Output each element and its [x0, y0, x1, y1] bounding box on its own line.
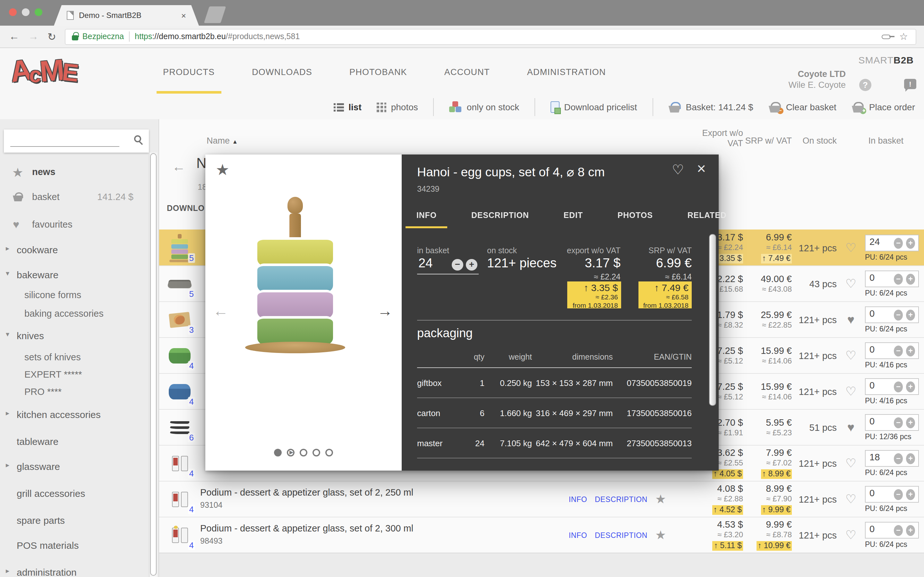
bookmark-star-icon[interactable]: ☆ [899, 31, 908, 42]
nav-photobank[interactable]: PHOTOBANK [347, 49, 410, 93]
gallery-dot[interactable] [325, 449, 333, 456]
minus-button[interactable]: − [894, 238, 903, 249]
column-header-name[interactable]: Name ▲ [207, 136, 238, 145]
table-row[interactable]: 4 Podium - dessert & appetizer glass, se… [159, 517, 924, 553]
help-icon[interactable]: ? [859, 79, 871, 91]
minus-button[interactable]: − [452, 259, 463, 271]
search-box[interactable] [4, 129, 149, 153]
view-photos-toggle[interactable]: photos [377, 102, 418, 112]
favourite-heart-icon[interactable]: ♥ [837, 420, 865, 434]
sidebar-item-pro[interactable]: PRO **** [0, 385, 150, 400]
view-list-toggle[interactable]: list [334, 102, 361, 112]
new-tab-button[interactable] [204, 6, 226, 23]
in-basket-value[interactable]: 24 [418, 256, 433, 271]
modal-scrollbar[interactable] [709, 234, 716, 406]
sidebar-item-news[interactable]: ★news [0, 165, 150, 180]
quantity-input[interactable] [869, 380, 891, 390]
favourite-heart-icon[interactable]: ♥ [837, 313, 865, 327]
tab-related[interactable]: RELATED [677, 206, 738, 228]
address-bar[interactable]: Bezpieczna https ://demo.smartb2b.eu /#p… [65, 29, 916, 45]
place-order-button[interactable]: ➜Place order [852, 102, 915, 113]
close-icon[interactable]: × [697, 160, 706, 177]
search-icon[interactable] [134, 135, 141, 142]
feedback-icon[interactable]: ! [904, 79, 916, 89]
sidebar-item-glassware[interactable]: ▸glassware [0, 459, 150, 474]
description-link[interactable]: DESCRIPTION [595, 531, 648, 539]
quantity-stepper[interactable]: −+ [865, 235, 919, 251]
quantity-input[interactable] [869, 524, 891, 534]
product-name[interactable]: Podium - dessert & appetizer glass, set … [200, 523, 557, 534]
window-zoom-button[interactable] [35, 8, 42, 16]
tab-edit[interactable]: EDIT [553, 206, 594, 228]
quantity-input[interactable] [869, 452, 891, 462]
password-key-icon[interactable] [881, 34, 890, 39]
gallery-dot[interactable] [312, 449, 320, 456]
quantity-stepper[interactable]: −+ [865, 271, 919, 287]
security-label[interactable]: Bezpieczna [82, 32, 124, 41]
sidebar-item-kitchen-accessories[interactable]: ▸kitchen accessories [0, 407, 150, 422]
column-header-stock[interactable]: On stock [779, 136, 837, 145]
tab-close-icon[interactable]: × [181, 11, 186, 20]
quantity-input[interactable] [869, 416, 891, 426]
table-row[interactable]: 4 Podium - dessert & appetizer glass, se… [159, 481, 924, 517]
favourite-heart-icon[interactable]: ♡ [672, 162, 684, 177]
plus-button[interactable]: + [466, 259, 477, 271]
window-minimize-button[interactable] [22, 8, 29, 16]
sidebar-item-favourites[interactable]: ♥favourites [0, 218, 150, 233]
favourite-heart-icon[interactable]: ♡ [837, 456, 865, 471]
favourite-heart-icon[interactable]: ♡ [837, 348, 865, 363]
sidebar-scrollbar[interactable] [149, 153, 157, 577]
sidebar-item-administration[interactable]: ▸administration [0, 565, 150, 577]
sidebar-item-baking-accessories[interactable]: baking accessories [0, 306, 150, 322]
sidebar-item-tableware[interactable]: tableware [0, 434, 150, 450]
back-arrow-icon[interactable]: ← [172, 159, 186, 174]
gallery-dot-video[interactable]: ▶ [287, 449, 294, 456]
quantity-stepper[interactable]: −+ [865, 306, 919, 323]
column-header-basket[interactable]: In basket [837, 136, 903, 145]
tab-photos[interactable]: PHOTOS [607, 206, 664, 228]
nav-account[interactable]: ACCOUNT [442, 49, 493, 93]
quantity-stepper[interactable]: −+ [865, 342, 919, 359]
quantity-input[interactable] [869, 344, 891, 355]
gallery-dot-active[interactable] [274, 449, 282, 456]
gallery-prev-icon[interactable]: ← [213, 302, 228, 320]
favourite-heart-icon[interactable]: ♡ [837, 276, 865, 291]
favourite-heart-icon[interactable]: ♡ [837, 492, 865, 506]
plus-button[interactable]: + [906, 238, 915, 249]
favourite-heart-icon[interactable]: ♡ [837, 528, 865, 542]
gallery-dot[interactable] [300, 449, 307, 456]
user-info[interactable]: Coyote LTD Wile E. Coyote [788, 69, 846, 90]
quantity-stepper[interactable]: −+ [865, 414, 919, 431]
sidebar-item-expert[interactable]: EXPERT ***** [0, 367, 150, 383]
tab-description[interactable]: DESCRIPTION [460, 206, 540, 228]
quantity-input[interactable] [869, 237, 891, 247]
sidebar-item-pos-materials[interactable]: POS materials [0, 538, 150, 553]
basket-total-button[interactable]: Basket: 141.24 $ [668, 102, 753, 113]
sidebar-item-knives[interactable]: ▾knives [0, 328, 150, 343]
quantity-stepper[interactable]: −+ [865, 486, 919, 503]
sidebar-item-sets-of-knives[interactable]: sets of knives [0, 350, 150, 366]
favourite-heart-icon[interactable]: ♡ [837, 240, 865, 255]
quantity-input[interactable] [869, 488, 891, 498]
quantity-stepper[interactable]: −+ [865, 522, 919, 538]
gallery-next-icon[interactable]: → [377, 302, 393, 320]
nav-products[interactable]: PRODUCTS [160, 49, 217, 93]
nav-downloads[interactable]: DOWNLOADS [249, 49, 315, 93]
quantity-input[interactable] [869, 308, 891, 319]
quantity-input[interactable] [869, 272, 891, 283]
clear-basket-button[interactable]: −Clear basket [769, 102, 837, 113]
browser-reload-button[interactable]: ↻ [47, 31, 56, 43]
search-input[interactable] [10, 146, 120, 147]
info-link[interactable]: INFO [569, 531, 587, 539]
favourite-heart-icon[interactable]: ♡ [837, 384, 865, 399]
sidebar-item-bakeware[interactable]: ▾bakeware [0, 268, 150, 283]
window-close-button[interactable] [9, 8, 17, 16]
sidebar-item-spare-parts[interactable]: spare parts [0, 513, 150, 528]
browser-tab[interactable]: Demo - SmartB2B × [54, 5, 199, 26]
nav-administration[interactable]: ADMINISTRATION [525, 49, 609, 93]
download-pricelist-button[interactable]: Download pricelist [551, 101, 637, 113]
sidebar-item-basket[interactable]: basket141.24 $ [0, 190, 150, 205]
quantity-stepper[interactable]: −+ [865, 378, 919, 395]
description-link[interactable]: DESCRIPTION [595, 495, 648, 503]
only-on-stock-toggle[interactable]: only on stock [449, 101, 519, 113]
